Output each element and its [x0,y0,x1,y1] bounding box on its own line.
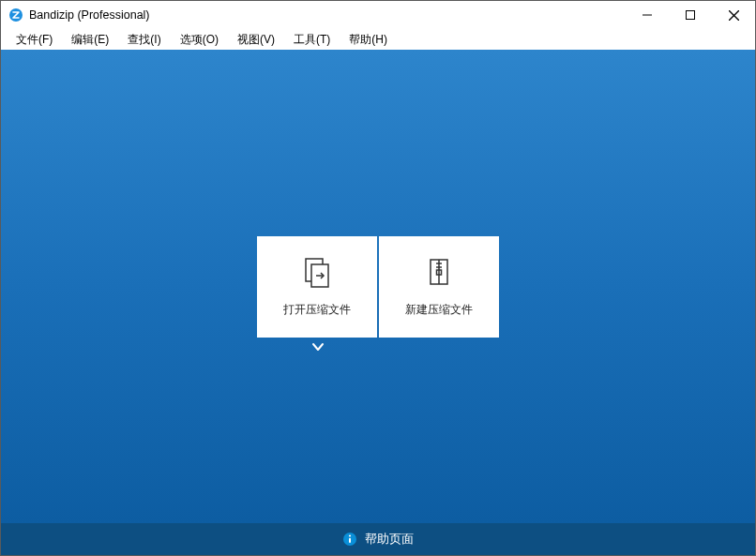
main-area: 打开压缩文件 新建压缩文件 [1,50,755,523]
svg-rect-15 [349,538,351,543]
svg-rect-2 [687,11,695,20]
window-title: Bandizip (Professional) [29,8,150,22]
open-archive-card[interactable]: 打开压缩文件 [257,236,377,338]
maximize-button[interactable] [669,1,712,29]
window-controls [626,1,755,29]
menu-edit[interactable]: 编辑(E) [62,30,118,50]
action-card-row: 打开压缩文件 新建压缩文件 [257,236,499,338]
open-archive-icon [300,255,334,289]
svg-point-14 [349,534,351,536]
menu-options[interactable]: 选项(O) [171,30,228,50]
close-button[interactable] [712,1,755,29]
menu-tools[interactable]: 工具(T) [284,30,340,50]
menubar: 文件(F) 编辑(E) 查找(I) 选项(O) 视图(V) 工具(T) 帮助(H… [1,29,755,50]
menu-file[interactable]: 文件(F) [7,30,62,50]
menu-view[interactable]: 视图(V) [228,30,284,50]
footer-help-label: 帮助页面 [365,531,414,548]
info-icon [342,532,357,547]
menu-help[interactable]: 帮助(H) [340,30,397,50]
recent-dropdown-button[interactable] [311,340,325,356]
open-archive-label: 打开压缩文件 [283,302,351,318]
menu-find[interactable]: 查找(I) [118,30,170,50]
new-archive-icon [422,255,456,289]
footer-help-link[interactable]: 帮助页面 [1,523,755,555]
new-archive-card[interactable]: 新建压缩文件 [379,236,499,338]
titlebar: Bandizip (Professional) [1,1,755,29]
minimize-button[interactable] [626,1,669,29]
new-archive-label: 新建压缩文件 [405,302,473,318]
app-icon [8,8,23,23]
